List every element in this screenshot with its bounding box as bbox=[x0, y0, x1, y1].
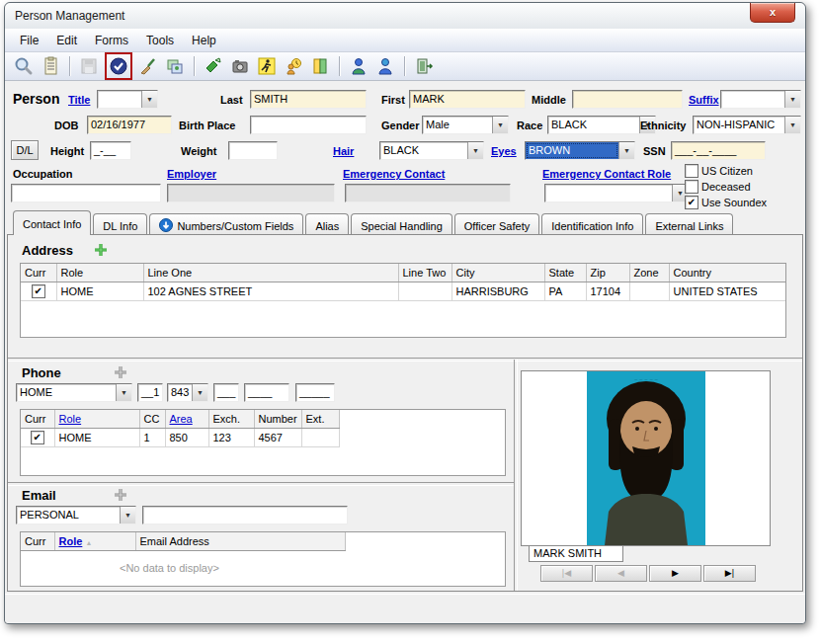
copy-photo-icon[interactable] bbox=[164, 55, 186, 77]
phone-cc-field[interactable]: __1 bbox=[137, 383, 163, 402]
dob-field[interactable]: 02/16/1977 bbox=[87, 116, 172, 134]
person-find-icon[interactable] bbox=[374, 55, 396, 77]
phone-area-combo[interactable]: 843▼ bbox=[167, 383, 208, 402]
email-address-field[interactable] bbox=[142, 506, 348, 524]
suffix-combo[interactable]: ▼ bbox=[720, 90, 801, 109]
add-address-icon[interactable] bbox=[93, 242, 109, 262]
add-phone-icon[interactable] bbox=[113, 364, 128, 384]
phone-row[interactable]: ✔ HOME 1 850 123 4567 bbox=[21, 429, 339, 447]
phone-col-ext[interactable]: Ext. bbox=[301, 410, 339, 429]
validate-icon[interactable] bbox=[108, 55, 129, 77]
title-bar[interactable]: Person Management x bbox=[5, 3, 805, 30]
search-icon[interactable] bbox=[13, 55, 35, 77]
hair-link[interactable]: Hair bbox=[333, 145, 354, 157]
address-col-line-one[interactable]: Line One bbox=[143, 264, 398, 282]
tab-alias[interactable]: Alias bbox=[305, 213, 349, 235]
ethnicity-combo[interactable]: NON-HISPANIC▼ bbox=[693, 116, 801, 134]
flashlight-icon[interactable] bbox=[203, 55, 224, 77]
history-icon[interactable] bbox=[283, 55, 304, 77]
phone-col-curr[interactable]: Curr bbox=[21, 410, 54, 429]
tab-special-handling[interactable]: Special Handling bbox=[351, 213, 452, 235]
birth-place-field[interactable] bbox=[250, 116, 367, 134]
weight-field[interactable] bbox=[228, 141, 278, 160]
menu-help[interactable]: Help bbox=[183, 31, 225, 50]
close-button[interactable]: x bbox=[750, 3, 795, 23]
emergency-contact-field[interactable] bbox=[345, 184, 511, 202]
chevron-down-icon[interactable]: ▼ bbox=[618, 142, 634, 159]
notes-icon[interactable] bbox=[40, 55, 61, 77]
last-name-field[interactable]: SMITH bbox=[250, 90, 367, 109]
eyes-combo[interactable]: BROWN▼ bbox=[525, 141, 635, 160]
address-col-zone[interactable]: Zone bbox=[629, 264, 669, 282]
chevron-down-icon[interactable]: ▼ bbox=[141, 91, 157, 108]
photo-previous-button[interactable]: ◀ bbox=[595, 565, 647, 582]
curr-checkbox[interactable]: ✔ bbox=[32, 284, 45, 298]
phone-col-area[interactable]: Area bbox=[165, 410, 208, 429]
menu-edit[interactable]: Edit bbox=[47, 31, 86, 50]
email-role-combo[interactable]: PERSONAL▼ bbox=[16, 506, 136, 524]
phone-col-number[interactable]: Number bbox=[254, 410, 301, 429]
chevron-down-icon[interactable]: ▼ bbox=[120, 507, 135, 523]
occupation-field[interactable] bbox=[11, 184, 161, 202]
us-citizen-checkbox[interactable] bbox=[685, 164, 698, 178]
phone-col-role[interactable]: Role bbox=[54, 410, 139, 429]
chevron-down-icon[interactable]: ▼ bbox=[784, 91, 800, 108]
chevron-down-icon[interactable]: ▼ bbox=[116, 384, 131, 401]
photo-next-button[interactable]: ▶ bbox=[649, 565, 701, 582]
address-col-zip[interactable]: Zip bbox=[586, 264, 629, 282]
chevron-down-icon[interactable]: ▼ bbox=[492, 117, 508, 133]
chevron-down-icon[interactable]: ▼ bbox=[467, 142, 483, 159]
middle-name-field[interactable] bbox=[572, 90, 683, 109]
menu-file[interactable]: File bbox=[11, 31, 47, 50]
email-col-address[interactable]: Email Address bbox=[135, 532, 345, 551]
phone-col-exch[interactable]: Exch. bbox=[208, 410, 254, 429]
photo-caption-tab[interactable]: MARK SMITH bbox=[529, 546, 623, 562]
employer-field[interactable] bbox=[167, 184, 335, 202]
deceased-checkbox[interactable] bbox=[685, 180, 698, 194]
address-col-line-two[interactable]: Line Two bbox=[398, 264, 451, 282]
emergency-contact-role-combo[interactable]: ▼ bbox=[544, 184, 689, 202]
phone-exchange-field[interactable]: ___ bbox=[213, 383, 239, 402]
menu-tools[interactable]: Tools bbox=[137, 31, 183, 50]
dl-button[interactable]: D/L bbox=[11, 140, 39, 160]
add-email-icon[interactable] bbox=[113, 487, 128, 507]
employer-link[interactable]: Employer bbox=[167, 168, 216, 180]
tab-external-links[interactable]: External Links bbox=[645, 213, 733, 235]
camera-icon[interactable] bbox=[229, 55, 251, 77]
photo-last-button[interactable]: ▶| bbox=[703, 565, 756, 582]
photo-first-button[interactable]: |◀ bbox=[540, 565, 593, 582]
email-col-curr[interactable]: Curr bbox=[21, 532, 54, 551]
tab-numbers-custom-fields[interactable]: Numbers/Custom Fields bbox=[149, 213, 303, 235]
menu-forms[interactable]: Forms bbox=[86, 31, 137, 50]
tab-identification-info[interactable]: Identification Info bbox=[541, 213, 643, 235]
tab-officer-safety[interactable]: Officer Safety bbox=[454, 213, 539, 235]
subject-activity-icon[interactable] bbox=[256, 55, 278, 77]
phone-ext-field[interactable]: _____ bbox=[295, 383, 335, 402]
use-soundex-checkbox[interactable]: ✔ bbox=[685, 196, 698, 209]
address-col-country[interactable]: Country bbox=[669, 264, 785, 282]
suffix-link[interactable]: Suffix bbox=[689, 94, 719, 106]
address-col-curr[interactable]: Curr bbox=[21, 264, 56, 282]
emergency-contact-link[interactable]: Emergency Contact bbox=[343, 168, 445, 180]
clear-icon[interactable] bbox=[137, 55, 159, 77]
curr-checkbox[interactable]: ✔ bbox=[31, 431, 44, 444]
person-add-icon[interactable] bbox=[348, 55, 369, 77]
lookup-icon[interactable] bbox=[309, 55, 331, 77]
save-icon[interactable] bbox=[78, 55, 100, 77]
phone-col-cc[interactable]: CC bbox=[139, 410, 165, 429]
first-name-field[interactable]: MARK bbox=[409, 90, 526, 109]
address-col-role[interactable]: Role bbox=[56, 264, 143, 282]
tab-dl-info[interactable]: DL Info bbox=[93, 213, 147, 235]
tab-contact-info[interactable]: Contact Info bbox=[13, 210, 91, 235]
emergency-contact-role-link[interactable]: Emergency Contact Role bbox=[542, 168, 671, 180]
chevron-down-icon[interactable]: ▼ bbox=[192, 384, 207, 401]
chevron-down-icon[interactable]: ▼ bbox=[784, 117, 800, 133]
ssn-field[interactable]: ___-__-____ bbox=[671, 141, 766, 160]
hair-combo[interactable]: BLACK▼ bbox=[379, 141, 484, 160]
phone-number-field[interactable]: ____ bbox=[244, 383, 289, 402]
phone-role-combo[interactable]: HOME▼ bbox=[16, 383, 132, 402]
exit-icon[interactable] bbox=[413, 55, 435, 77]
eyes-link[interactable]: Eyes bbox=[491, 145, 517, 157]
address-row[interactable]: ✔ HOME 102 AGNES STREET HARRISBURG PA 17… bbox=[21, 282, 785, 301]
email-col-role[interactable]: Role ▲ bbox=[54, 532, 135, 551]
